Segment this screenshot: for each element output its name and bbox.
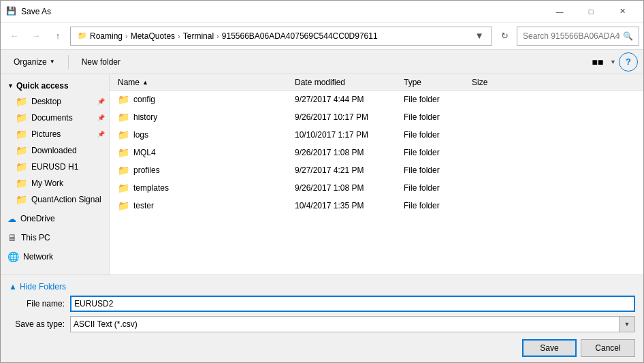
file-list-header: Name ▲ Date modified Type Size bbox=[110, 74, 643, 91]
file-name: MQL4 bbox=[133, 148, 156, 157]
documents-pin-icon: 📌 bbox=[97, 114, 105, 121]
organize-button[interactable]: Organize ▼ bbox=[6, 52, 63, 72]
breadcrumb: 📁 Roaming › MetaQuotes › Terminal › 9155… bbox=[76, 31, 472, 41]
toolbar-separator bbox=[68, 55, 69, 69]
desktop-pin-icon: 📌 bbox=[97, 98, 105, 105]
bottom-section: ▲ Hide Folders File name: Save as type: … bbox=[1, 274, 643, 362]
table-row[interactable]: 📁 history 9/26/2017 10:17 PM File folder bbox=[110, 108, 643, 126]
sidebar-item-eurusd-h1[interactable]: 📁 EURUSD H1 bbox=[1, 159, 109, 175]
network-section: 🌐 Network bbox=[1, 249, 109, 265]
new-folder-button[interactable]: New folder bbox=[74, 52, 128, 72]
quick-access-header[interactable]: ▼ Quick access bbox=[1, 77, 109, 93]
column-type-header[interactable]: Type bbox=[401, 74, 469, 90]
toolbar-right: ■■ ▼ ? bbox=[588, 52, 638, 72]
sidebar-item-pictures[interactable]: 📁 Pictures 📌 bbox=[1, 126, 109, 142]
column-size-header[interactable]: Size bbox=[469, 74, 524, 90]
close-button[interactable]: ✕ bbox=[607, 1, 638, 22]
help-button[interactable]: ? bbox=[619, 52, 638, 72]
folder-icon: 📁 bbox=[118, 129, 129, 140]
hide-folders-row[interactable]: ▲ Hide Folders bbox=[9, 281, 635, 296]
thispc-section: 🖥 This PC bbox=[1, 230, 109, 246]
quick-access-label: Quick access bbox=[16, 81, 69, 91]
sidebar-item-onedrive-label: OneDrive bbox=[20, 214, 55, 223]
main-content: ▼ Quick access 📁 Desktop 📌 📁 Documents 📌… bbox=[1, 74, 643, 274]
save-button[interactable]: Save bbox=[522, 339, 577, 357]
folder-icon: 📁 bbox=[118, 94, 129, 105]
sidebar-item-documents[interactable]: 📁 Documents 📌 bbox=[1, 110, 109, 126]
title-bar-controls: — □ ✕ bbox=[544, 1, 638, 22]
hide-folders-label: Hide Folders bbox=[20, 282, 66, 291]
address-bar[interactable]: 📁 Roaming › MetaQuotes › Terminal › 9155… bbox=[70, 27, 492, 46]
bottom-buttons: Save Cancel bbox=[9, 336, 635, 357]
sidebar-item-desktop-label: Desktop bbox=[31, 97, 61, 106]
thispc-icon: 🖥 bbox=[7, 232, 17, 243]
sidebar-item-desktop[interactable]: 📁 Desktop 📌 bbox=[1, 93, 109, 110]
table-row[interactable]: 📁 templates 9/26/2017 1:08 PM File folde… bbox=[110, 179, 643, 197]
up-button[interactable]: ↑ bbox=[48, 27, 67, 46]
filename-input-wrap bbox=[70, 296, 635, 312]
file-date: 9/27/2017 4:44 PM bbox=[292, 95, 401, 104]
sidebar-item-documents-label: Documents bbox=[31, 113, 73, 123]
folder-icon: 📁 bbox=[118, 165, 129, 176]
toolbar: Organize ▼ New folder ■■ ▼ ? bbox=[1, 50, 643, 74]
table-row[interactable]: 📁 config 9/27/2017 4:44 PM File folder bbox=[110, 91, 643, 108]
documents-folder-icon: 📁 bbox=[16, 112, 27, 123]
quick-access-section: ▼ Quick access 📁 Desktop 📌 📁 Documents 📌… bbox=[1, 77, 109, 208]
desktop-folder-icon: 📁 bbox=[16, 96, 27, 107]
back-button[interactable]: ← bbox=[5, 27, 24, 46]
file-name: tester bbox=[133, 201, 154, 210]
file-type: File folder bbox=[401, 95, 469, 104]
downloaded-folder-icon: 📁 bbox=[16, 145, 27, 156]
address-dropdown-button[interactable]: ▼ bbox=[472, 27, 486, 45]
minimize-button[interactable]: — bbox=[544, 1, 575, 22]
filename-row: File name: bbox=[9, 296, 635, 312]
column-date-header[interactable]: Date modified bbox=[292, 74, 401, 90]
search-box: 🔍 bbox=[517, 27, 639, 46]
sidebar-item-quantaction-label: QuantAction Signal bbox=[31, 195, 101, 204]
refresh-button[interactable]: ↻ bbox=[495, 27, 514, 46]
file-type: File folder bbox=[401, 183, 469, 193]
sidebar-item-pictures-label: Pictures bbox=[31, 129, 61, 139]
eurusd-folder-icon: 📁 bbox=[16, 161, 27, 172]
organize-chevron-icon: ▼ bbox=[50, 59, 55, 65]
table-row[interactable]: 📁 profiles 9/27/2017 4:21 PM File folder bbox=[110, 161, 643, 179]
file-date: 9/26/2017 10:17 PM bbox=[292, 112, 401, 122]
view-options-button[interactable]: ■■ bbox=[588, 52, 607, 72]
view-chevron-icon: ▼ bbox=[610, 59, 616, 65]
file-date: 10/4/2017 1:35 PM bbox=[292, 201, 401, 210]
quick-access-collapse-icon: ▼ bbox=[7, 82, 14, 89]
table-row[interactable]: 📁 logs 10/10/2017 1:17 PM File folder bbox=[110, 126, 643, 144]
filename-input[interactable] bbox=[70, 296, 635, 312]
sidebar-item-onedrive[interactable]: ☁ OneDrive bbox=[1, 210, 109, 227]
save-as-dialog: 💾 Save As — □ ✕ ← → ↑ 📁 Roaming › MetaQu… bbox=[0, 0, 644, 363]
filetype-row: Save as type: ASCII Text (*.csv) CSV (*.… bbox=[9, 316, 635, 332]
file-type: File folder bbox=[401, 201, 469, 210]
filetype-label: Save as type: bbox=[9, 319, 70, 329]
file-date: 9/27/2017 4:21 PM bbox=[292, 165, 401, 175]
sidebar-item-my-work[interactable]: 📁 My Work bbox=[1, 175, 109, 191]
folder-icon: 📁 bbox=[118, 200, 129, 211]
sidebar-item-network[interactable]: 🌐 Network bbox=[1, 249, 109, 265]
filetype-select[interactable]: ASCII Text (*.csv) CSV (*.csv) Excel (*.… bbox=[70, 316, 635, 332]
forward-button[interactable]: → bbox=[27, 27, 46, 46]
sidebar-item-quantaction[interactable]: 📁 QuantAction Signal bbox=[1, 191, 109, 208]
hide-folders-chevron-icon: ▲ bbox=[9, 282, 17, 291]
onedrive-icon: ☁ bbox=[7, 214, 16, 224]
maximize-button[interactable]: □ bbox=[575, 1, 607, 22]
file-name: logs bbox=[133, 130, 148, 140]
cancel-button[interactable]: Cancel bbox=[581, 339, 635, 357]
file-list: 📁 config 9/27/2017 4:44 PM File folder 📁… bbox=[110, 91, 643, 274]
table-row[interactable]: 📁 MQL4 9/26/2017 1:08 PM File folder bbox=[110, 144, 643, 161]
mywork-folder-icon: 📁 bbox=[16, 178, 27, 189]
file-type: File folder bbox=[401, 148, 469, 157]
table-row[interactable]: 📁 tester 10/4/2017 1:35 PM File folder bbox=[110, 197, 643, 215]
file-date: 9/26/2017 1:08 PM bbox=[292, 148, 401, 157]
search-input[interactable] bbox=[523, 31, 620, 41]
column-name-header[interactable]: Name ▲ bbox=[115, 74, 292, 90]
sidebar-item-eurusd-label: EURUSD H1 bbox=[31, 162, 78, 172]
sidebar-item-downloaded[interactable]: 📁 Downloaded bbox=[1, 142, 109, 159]
filetype-select-wrap: ASCII Text (*.csv) CSV (*.csv) Excel (*.… bbox=[70, 316, 635, 332]
sort-arrow-icon: ▲ bbox=[142, 79, 148, 86]
title-bar: 💾 Save As — □ ✕ bbox=[1, 1, 643, 22]
sidebar-item-thispc[interactable]: 🖥 This PC bbox=[1, 230, 109, 246]
